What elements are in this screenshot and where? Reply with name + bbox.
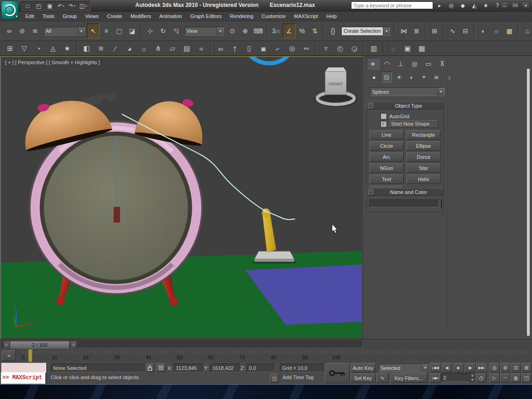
menu-maxscript[interactable]: MAXScript bbox=[290, 12, 322, 21]
object-type-circle-button[interactable]: Circle bbox=[369, 141, 404, 151]
category-cameras[interactable]: ◗ bbox=[406, 72, 417, 83]
zoom-extents-button[interactable]: ⊡ bbox=[511, 363, 521, 373]
photo-button[interactable]: ▣ bbox=[400, 42, 415, 54]
percent-snap-toggle-button[interactable]: % bbox=[296, 24, 308, 38]
viewport-scene[interactable]: FRONT bbox=[1, 57, 362, 338]
open-file-button[interactable]: ◰ bbox=[34, 2, 44, 10]
start-new-shape-checkbox[interactable]: ✓ bbox=[381, 121, 387, 127]
object-type-ellipse-button[interactable]: Ellipse bbox=[406, 141, 441, 151]
object-type-text-button[interactable]: Text bbox=[369, 175, 404, 184]
book-button[interactable]: ▤ bbox=[180, 42, 194, 54]
perspective-viewport[interactable]: [ + ] [ Perspective ] [ Smooth + Highlig… bbox=[0, 56, 363, 339]
ball-button[interactable]: ◔ bbox=[31, 42, 46, 54]
application-menu-button[interactable]: ▾ bbox=[1, 0, 18, 20]
waves-button[interactable]: ≈ bbox=[194, 42, 208, 54]
knot-button[interactable]: ∞ bbox=[213, 42, 228, 54]
render-production-button[interactable]: ♨ bbox=[521, 24, 532, 38]
gear-button[interactable]: ☼ bbox=[137, 42, 151, 54]
menu-graph-editors[interactable]: Graph Editors bbox=[186, 12, 226, 21]
rectangular-selection-region-button[interactable]: ▢ bbox=[113, 24, 126, 38]
save-file-button[interactable]: ▣ bbox=[45, 2, 55, 10]
edit-named-selection-sets-button[interactable]: {} bbox=[326, 24, 339, 38]
start-new-shape-button[interactable]: Start New Shape bbox=[389, 120, 438, 128]
tab-hierarchy[interactable]: ⊥ bbox=[394, 58, 407, 69]
tab-utilities[interactable]: ⊼ bbox=[436, 58, 448, 69]
add-time-tag[interactable]: Add Time Tag bbox=[283, 375, 314, 380]
zoom-button[interactable]: ◎ bbox=[490, 363, 500, 373]
menu-edit[interactable]: Edit bbox=[21, 12, 38, 21]
infocenter-search-input[interactable] bbox=[351, 1, 433, 9]
tab-display[interactable]: ▭ bbox=[422, 58, 435, 69]
layer-manager-button[interactable]: ⊞ bbox=[428, 24, 441, 38]
x-coordinate-field[interactable]: 1123,845 bbox=[174, 363, 204, 372]
align-button[interactable]: ≣ bbox=[410, 24, 423, 38]
set-key-button[interactable]: Set Key bbox=[351, 373, 375, 383]
tab-modify[interactable]: ◠ bbox=[381, 58, 393, 69]
menu-views[interactable]: Views bbox=[81, 12, 103, 21]
object-name-input[interactable] bbox=[369, 200, 439, 207]
spinner-down-icon[interactable]: ▼ bbox=[470, 378, 475, 382]
object-color-swatch[interactable] bbox=[441, 200, 442, 207]
mirror-button[interactable]: ⋈ bbox=[397, 24, 410, 38]
use-pivot-point-center-button[interactable]: ⊙ bbox=[226, 24, 239, 38]
pan-button[interactable]: ☞ bbox=[500, 373, 510, 383]
close-button[interactable]: × bbox=[521, 1, 530, 9]
next-frame-button[interactable]: |▶ bbox=[465, 363, 476, 373]
category-space-warps[interactable]: ≋ bbox=[431, 72, 442, 83]
maximize-viewport-button[interactable]: ◳ bbox=[521, 373, 532, 383]
select-by-name-button[interactable]: ≡ bbox=[100, 24, 113, 38]
unlink-selection-button[interactable]: ⊘ bbox=[16, 24, 29, 38]
lock-tool-button[interactable]: ◙ bbox=[256, 42, 271, 54]
menu-help[interactable]: Help bbox=[322, 12, 341, 21]
cloth-button[interactable]: ▽ bbox=[17, 42, 31, 54]
category-geometry[interactable]: ● bbox=[369, 72, 380, 83]
field-of-view-button[interactable]: ▷ bbox=[490, 373, 500, 383]
subscription-center-button[interactable]: ◆ bbox=[458, 1, 468, 10]
film-strip-button[interactable]: ▦ bbox=[415, 42, 429, 54]
restore-button[interactable]: ▭ bbox=[511, 1, 520, 9]
infocenter-search-button[interactable]: ◎ bbox=[446, 1, 456, 10]
set-keys-button[interactable] bbox=[325, 363, 350, 383]
wheel-button[interactable]: ◎ bbox=[285, 42, 299, 54]
menu-group[interactable]: Group bbox=[59, 12, 81, 21]
named-selection-sets-dropdown[interactable]: Create Selection Se▾ bbox=[341, 27, 390, 36]
spiral-modifier-button[interactable]: ◶ bbox=[347, 42, 362, 54]
curve-editor-button[interactable]: ∿ bbox=[446, 24, 459, 38]
y-coordinate-field[interactable]: 1618,432 bbox=[210, 363, 241, 372]
frame-spinner[interactable]: ▲ ▼ bbox=[470, 373, 475, 382]
play-button[interactable]: ▶ bbox=[453, 363, 464, 373]
maxscript-listener-pane[interactable]: >> MAXScript bbox=[1, 372, 45, 384]
tab-motion[interactable]: ◎ bbox=[408, 58, 421, 69]
new-scene-button[interactable]: □ bbox=[23, 2, 33, 10]
default-tangent-button[interactable]: ∿ bbox=[376, 373, 388, 383]
tab-create[interactable]: ∗ bbox=[367, 58, 379, 69]
primitives-button[interactable]: ⊞ bbox=[3, 42, 17, 54]
spinning-top-button[interactable]: ◬ bbox=[46, 42, 60, 54]
scrollbar-thumb[interactable] bbox=[527, 69, 530, 336]
minimize-button[interactable]: – bbox=[500, 1, 509, 9]
eraser-button[interactable]: ▱ bbox=[165, 42, 180, 54]
selection-lock-toggle[interactable] bbox=[145, 363, 154, 372]
hook-button[interactable]: ∾ bbox=[299, 42, 314, 54]
window-crossing-toggle-button[interactable]: ◪ bbox=[126, 24, 139, 38]
menu-tools[interactable]: Tools bbox=[38, 12, 59, 21]
cloth-modifier-button[interactable]: ▿ bbox=[319, 42, 333, 54]
character-button[interactable]: † bbox=[228, 42, 242, 54]
name-and-color-rollout-header[interactable]: - Name and Color bbox=[366, 188, 444, 196]
viewcube-front-label[interactable]: FRONT bbox=[329, 82, 343, 86]
previous-frame-arrow[interactable]: < bbox=[3, 341, 10, 349]
isolate-cube-button[interactable]: ◫ bbox=[270, 374, 279, 383]
go-to-start-button[interactable]: |◀◀ bbox=[430, 363, 441, 373]
springs-button[interactable]: ≋ bbox=[94, 42, 108, 54]
object-type-line-button[interactable]: Line bbox=[369, 130, 404, 139]
panel-notes-button[interactable]: ▯ bbox=[242, 42, 256, 54]
status-selection-field[interactable]: None Selected bbox=[51, 363, 146, 372]
key-mode-dropdown[interactable]: Selected ▾ bbox=[378, 363, 429, 372]
notepad-button[interactable]: ▥ bbox=[367, 42, 381, 54]
communication-center-button[interactable]: ◭ bbox=[469, 1, 479, 10]
knife-button[interactable]: ∕ bbox=[108, 42, 122, 54]
material-editor-button[interactable]: ◐ bbox=[477, 24, 490, 38]
menu-customize[interactable]: Customize bbox=[258, 12, 290, 21]
bind-to-space-warp-button[interactable]: ≋ bbox=[29, 24, 42, 38]
menu-animation[interactable]: Animation bbox=[155, 12, 186, 21]
